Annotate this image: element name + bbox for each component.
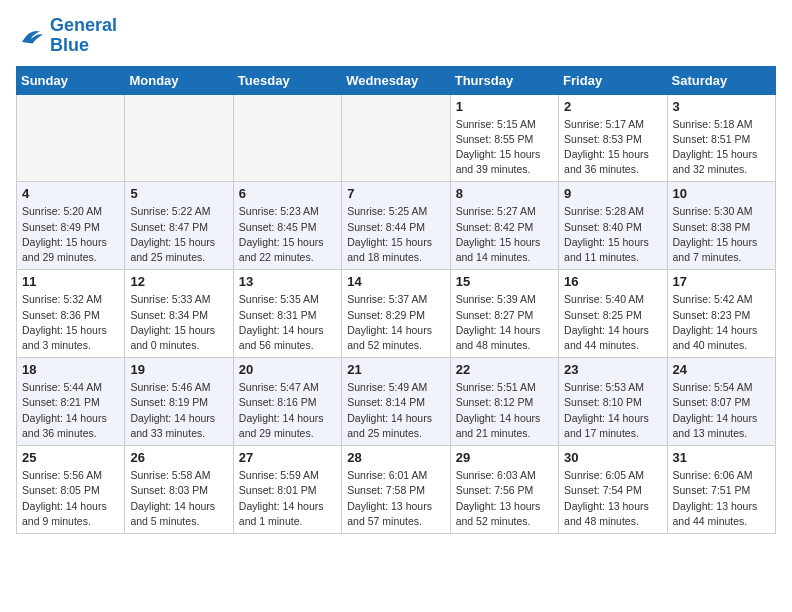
day-number: 18 (22, 362, 119, 377)
day-info: Sunrise: 5:37 AM Sunset: 8:29 PM Dayligh… (347, 292, 444, 353)
day-info: Sunrise: 5:33 AM Sunset: 8:34 PM Dayligh… (130, 292, 227, 353)
calendar-cell: 9Sunrise: 5:28 AM Sunset: 8:40 PM Daylig… (559, 182, 667, 270)
day-number: 13 (239, 274, 336, 289)
day-info: Sunrise: 5:49 AM Sunset: 8:14 PM Dayligh… (347, 380, 444, 441)
day-number: 4 (22, 186, 119, 201)
day-number: 31 (673, 450, 770, 465)
day-number: 15 (456, 274, 553, 289)
calendar-cell (17, 94, 125, 182)
calendar-cell: 22Sunrise: 5:51 AM Sunset: 8:12 PM Dayli… (450, 358, 558, 446)
calendar-cell: 24Sunrise: 5:54 AM Sunset: 8:07 PM Dayli… (667, 358, 775, 446)
day-number: 16 (564, 274, 661, 289)
day-number: 6 (239, 186, 336, 201)
calendar-cell: 25Sunrise: 5:56 AM Sunset: 8:05 PM Dayli… (17, 446, 125, 534)
day-number: 20 (239, 362, 336, 377)
day-info: Sunrise: 5:15 AM Sunset: 8:55 PM Dayligh… (456, 117, 553, 178)
day-info: Sunrise: 6:05 AM Sunset: 7:54 PM Dayligh… (564, 468, 661, 529)
calendar-cell: 12Sunrise: 5:33 AM Sunset: 8:34 PM Dayli… (125, 270, 233, 358)
calendar-cell: 4Sunrise: 5:20 AM Sunset: 8:49 PM Daylig… (17, 182, 125, 270)
calendar-cell: 20Sunrise: 5:47 AM Sunset: 8:16 PM Dayli… (233, 358, 341, 446)
calendar-cell: 5Sunrise: 5:22 AM Sunset: 8:47 PM Daylig… (125, 182, 233, 270)
calendar-cell: 28Sunrise: 6:01 AM Sunset: 7:58 PM Dayli… (342, 446, 450, 534)
calendar-cell: 23Sunrise: 5:53 AM Sunset: 8:10 PM Dayli… (559, 358, 667, 446)
day-number: 29 (456, 450, 553, 465)
day-info: Sunrise: 6:01 AM Sunset: 7:58 PM Dayligh… (347, 468, 444, 529)
day-number: 1 (456, 99, 553, 114)
day-info: Sunrise: 6:06 AM Sunset: 7:51 PM Dayligh… (673, 468, 770, 529)
logo-text: General Blue (50, 16, 117, 56)
weekday-header-sunday: Sunday (17, 66, 125, 94)
calendar-cell: 10Sunrise: 5:30 AM Sunset: 8:38 PM Dayli… (667, 182, 775, 270)
day-number: 10 (673, 186, 770, 201)
calendar-table: SundayMondayTuesdayWednesdayThursdayFrid… (16, 66, 776, 534)
day-info: Sunrise: 5:39 AM Sunset: 8:27 PM Dayligh… (456, 292, 553, 353)
weekday-header-friday: Friday (559, 66, 667, 94)
calendar-cell: 17Sunrise: 5:42 AM Sunset: 8:23 PM Dayli… (667, 270, 775, 358)
weekday-header-tuesday: Tuesday (233, 66, 341, 94)
calendar-week-1: 1Sunrise: 5:15 AM Sunset: 8:55 PM Daylig… (17, 94, 776, 182)
calendar-cell: 14Sunrise: 5:37 AM Sunset: 8:29 PM Dayli… (342, 270, 450, 358)
day-info: Sunrise: 5:32 AM Sunset: 8:36 PM Dayligh… (22, 292, 119, 353)
calendar-cell: 8Sunrise: 5:27 AM Sunset: 8:42 PM Daylig… (450, 182, 558, 270)
day-info: Sunrise: 5:59 AM Sunset: 8:01 PM Dayligh… (239, 468, 336, 529)
calendar-week-2: 4Sunrise: 5:20 AM Sunset: 8:49 PM Daylig… (17, 182, 776, 270)
calendar-cell: 7Sunrise: 5:25 AM Sunset: 8:44 PM Daylig… (342, 182, 450, 270)
calendar-week-5: 25Sunrise: 5:56 AM Sunset: 8:05 PM Dayli… (17, 446, 776, 534)
day-info: Sunrise: 5:51 AM Sunset: 8:12 PM Dayligh… (456, 380, 553, 441)
calendar-cell (125, 94, 233, 182)
day-info: Sunrise: 5:20 AM Sunset: 8:49 PM Dayligh… (22, 204, 119, 265)
day-info: Sunrise: 5:56 AM Sunset: 8:05 PM Dayligh… (22, 468, 119, 529)
day-number: 28 (347, 450, 444, 465)
calendar-cell: 19Sunrise: 5:46 AM Sunset: 8:19 PM Dayli… (125, 358, 233, 446)
calendar-week-3: 11Sunrise: 5:32 AM Sunset: 8:36 PM Dayli… (17, 270, 776, 358)
day-number: 23 (564, 362, 661, 377)
day-number: 21 (347, 362, 444, 377)
calendar-cell: 2Sunrise: 5:17 AM Sunset: 8:53 PM Daylig… (559, 94, 667, 182)
day-number: 30 (564, 450, 661, 465)
calendar-cell: 16Sunrise: 5:40 AM Sunset: 8:25 PM Dayli… (559, 270, 667, 358)
day-info: Sunrise: 5:28 AM Sunset: 8:40 PM Dayligh… (564, 204, 661, 265)
day-info: Sunrise: 6:03 AM Sunset: 7:56 PM Dayligh… (456, 468, 553, 529)
calendar-cell: 26Sunrise: 5:58 AM Sunset: 8:03 PM Dayli… (125, 446, 233, 534)
logo-icon (16, 21, 46, 51)
weekday-header-wednesday: Wednesday (342, 66, 450, 94)
logo: General Blue (16, 16, 117, 56)
page-header: General Blue (16, 16, 776, 56)
weekday-header-thursday: Thursday (450, 66, 558, 94)
day-info: Sunrise: 5:22 AM Sunset: 8:47 PM Dayligh… (130, 204, 227, 265)
day-number: 8 (456, 186, 553, 201)
day-info: Sunrise: 5:30 AM Sunset: 8:38 PM Dayligh… (673, 204, 770, 265)
calendar-week-4: 18Sunrise: 5:44 AM Sunset: 8:21 PM Dayli… (17, 358, 776, 446)
calendar-cell: 1Sunrise: 5:15 AM Sunset: 8:55 PM Daylig… (450, 94, 558, 182)
day-number: 22 (456, 362, 553, 377)
calendar-cell: 6Sunrise: 5:23 AM Sunset: 8:45 PM Daylig… (233, 182, 341, 270)
day-number: 27 (239, 450, 336, 465)
day-info: Sunrise: 5:40 AM Sunset: 8:25 PM Dayligh… (564, 292, 661, 353)
day-info: Sunrise: 5:53 AM Sunset: 8:10 PM Dayligh… (564, 380, 661, 441)
day-info: Sunrise: 5:47 AM Sunset: 8:16 PM Dayligh… (239, 380, 336, 441)
day-info: Sunrise: 5:18 AM Sunset: 8:51 PM Dayligh… (673, 117, 770, 178)
day-number: 2 (564, 99, 661, 114)
day-info: Sunrise: 5:44 AM Sunset: 8:21 PM Dayligh… (22, 380, 119, 441)
day-info: Sunrise: 5:17 AM Sunset: 8:53 PM Dayligh… (564, 117, 661, 178)
calendar-cell: 30Sunrise: 6:05 AM Sunset: 7:54 PM Dayli… (559, 446, 667, 534)
day-info: Sunrise: 5:42 AM Sunset: 8:23 PM Dayligh… (673, 292, 770, 353)
day-info: Sunrise: 5:23 AM Sunset: 8:45 PM Dayligh… (239, 204, 336, 265)
day-info: Sunrise: 5:54 AM Sunset: 8:07 PM Dayligh… (673, 380, 770, 441)
day-info: Sunrise: 5:35 AM Sunset: 8:31 PM Dayligh… (239, 292, 336, 353)
calendar-cell: 13Sunrise: 5:35 AM Sunset: 8:31 PM Dayli… (233, 270, 341, 358)
calendar-cell: 15Sunrise: 5:39 AM Sunset: 8:27 PM Dayli… (450, 270, 558, 358)
calendar-header-row: SundayMondayTuesdayWednesdayThursdayFrid… (17, 66, 776, 94)
calendar-cell: 21Sunrise: 5:49 AM Sunset: 8:14 PM Dayli… (342, 358, 450, 446)
calendar-cell: 3Sunrise: 5:18 AM Sunset: 8:51 PM Daylig… (667, 94, 775, 182)
calendar-cell: 18Sunrise: 5:44 AM Sunset: 8:21 PM Dayli… (17, 358, 125, 446)
day-number: 17 (673, 274, 770, 289)
day-info: Sunrise: 5:27 AM Sunset: 8:42 PM Dayligh… (456, 204, 553, 265)
day-number: 14 (347, 274, 444, 289)
calendar-cell (342, 94, 450, 182)
weekday-header-saturday: Saturday (667, 66, 775, 94)
calendar-cell: 27Sunrise: 5:59 AM Sunset: 8:01 PM Dayli… (233, 446, 341, 534)
day-number: 12 (130, 274, 227, 289)
calendar-cell (233, 94, 341, 182)
weekday-header-monday: Monday (125, 66, 233, 94)
